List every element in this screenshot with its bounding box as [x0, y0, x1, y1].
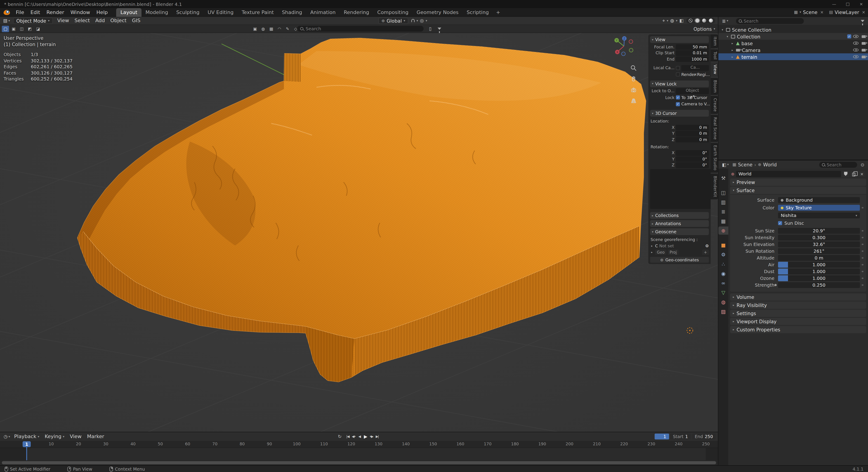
properties-tab-physics-icon[interactable]: ◉: [718, 270, 728, 278]
menu-render[interactable]: Render: [43, 8, 67, 17]
timeline-scrollbar[interactable]: [2, 461, 716, 464]
property-value-field[interactable]: 1.000: [778, 275, 860, 281]
timeline-menu-keying[interactable]: Keying▾: [42, 434, 67, 439]
proj-button[interactable]: Proj: [668, 250, 679, 255]
scene-asset-icon[interactable]: ▦: [268, 26, 275, 32]
scene-name[interactable]: Scene: [803, 9, 817, 15]
shading-wireframe-icon[interactable]: [688, 18, 693, 23]
snap-magnet-icon[interactable]: [410, 19, 416, 22]
sidebar-tab-real-scene[interactable]: Real Scene: [711, 115, 718, 142]
render-visibility-icon[interactable]: [862, 49, 866, 51]
maximize-button[interactable]: □: [841, 0, 855, 8]
menu-file[interactable]: File: [13, 8, 27, 17]
workspace-tab-modeling[interactable]: Modeling: [142, 8, 172, 17]
cursor-rotation-z-field[interactable]: 0°: [676, 162, 709, 168]
navigation-gizmo[interactable]: Z Y X: [613, 35, 635, 57]
panel-geoscene-header[interactable]: ▾Geoscene: [650, 228, 709, 235]
render-visibility-icon[interactable]: [862, 42, 866, 44]
render-visibility-icon[interactable]: [862, 35, 866, 38]
sync-icon[interactable]: ↻: [338, 434, 342, 439]
panel-viewport-display[interactable]: ▸Viewport Display: [730, 318, 866, 325]
local-camera-field[interactable]: Ca...×: [681, 65, 709, 71]
properties-tab-modifiers-icon[interactable]: ⚙: [718, 250, 728, 259]
brush-icon[interactable]: ✎: [284, 26, 291, 32]
select-mode-difference-icon[interactable]: ◩: [26, 26, 33, 32]
world-name-field[interactable]: World: [736, 171, 841, 177]
sidebar-tab-create[interactable]: Create: [711, 96, 718, 114]
disclosure-caret[interactable]: ▸: [731, 55, 734, 59]
select-mode-new-icon[interactable]: ▢: [2, 26, 9, 32]
panel-volume[interactable]: ▸Volume: [730, 293, 866, 301]
jump-to-start-button[interactable]: |◀: [345, 433, 350, 440]
workspace-tab-layout[interactable]: Layout: [116, 8, 142, 17]
collection-checkbox[interactable]: ✓: [847, 34, 851, 38]
play-reverse-button[interactable]: ◀: [356, 433, 362, 440]
visibility-eye-icon[interactable]: [853, 41, 859, 45]
properties-tab-particles-icon[interactable]: ∴: [718, 260, 728, 268]
property-value-field[interactable]: 0.300: [778, 234, 860, 241]
timeline-menu-playback[interactable]: Playback▾: [11, 434, 42, 439]
properties-tab-object-icon[interactable]: ■: [718, 241, 728, 249]
playhead-frame-badge[interactable]: 1: [23, 441, 31, 447]
terrain-mesh[interactable]: [77, 38, 646, 382]
keyframe-decorator[interactable]: [860, 207, 865, 209]
perspective-toggle-icon[interactable]: [630, 97, 637, 104]
workspace-tab-sculpting[interactable]: Sculpting: [172, 8, 204, 17]
panel-collections-header[interactable]: ▸Collections: [650, 212, 709, 219]
ruler-numbers[interactable]: 1102030405060708090100110120130140150160…: [0, 441, 718, 448]
blender-logo-icon[interactable]: [4, 10, 10, 15]
panel-ray-visibility[interactable]: ▸Ray Visibility: [730, 302, 866, 309]
mode-dropdown[interactable]: Object Mode▾: [13, 18, 53, 24]
timeline-editor-icon[interactable]: ◷▾: [2, 434, 11, 439]
focal-length-field[interactable]: 50 mm: [676, 44, 709, 50]
panel-3d-cursor-header[interactable]: ▾3D Cursor: [650, 110, 709, 117]
properties-tab-output-icon[interactable]: ▥: [718, 198, 728, 206]
model-icon[interactable]: ▣: [251, 26, 258, 32]
menu-edit[interactable]: Edit: [27, 8, 43, 17]
asset-search-input[interactable]: Search: [297, 26, 424, 32]
panel-preview[interactable]: ▸Preview: [730, 179, 866, 186]
properties-tab-tool-icon[interactable]: ⚒: [718, 174, 728, 182]
filter-icon[interactable]: [436, 28, 442, 30]
panel-annotations-header[interactable]: ▸Annotations: [650, 220, 709, 227]
sidebar-tab-tool[interactable]: Tool: [711, 49, 718, 62]
sun-disc-checkbox[interactable]: ✓: [778, 221, 782, 225]
close-button[interactable]: ×: [855, 0, 868, 8]
visibility-eye-icon[interactable]: [853, 48, 859, 52]
crs-settings-gear-icon[interactable]: ⚙: [705, 244, 709, 248]
scene-unlink-button[interactable]: ×: [819, 10, 824, 14]
viewport-menu-add[interactable]: Add: [92, 18, 107, 24]
panel-settings[interactable]: ▸Settings: [730, 310, 866, 317]
workspace-tab-shading[interactable]: Shading: [278, 8, 306, 17]
visibility-eye-icon[interactable]: [853, 55, 859, 59]
zoom-icon[interactable]: [630, 65, 637, 71]
outliner-row-terrain[interactable]: ▸terrain: [718, 53, 868, 60]
outliner-search-input[interactable]: Search: [736, 18, 804, 24]
outliner-row-base[interactable]: ▸base: [718, 40, 868, 46]
timeline-menu-view[interactable]: View: [67, 434, 84, 439]
lock-3d-cursor-checkbox[interactable]: ✓: [676, 96, 680, 100]
eyedropper-icon[interactable]: [690, 95, 694, 99]
3d-viewport[interactable]: User Perspective (1) Collection | terrai…: [0, 33, 718, 432]
sidebar-tab-item[interactable]: Item: [711, 34, 718, 48]
select-mode-extend-icon[interactable]: ▣: [10, 26, 17, 32]
shading-solid-icon[interactable]: [694, 18, 700, 23]
keyframe-decorator[interactable]: [860, 271, 865, 273]
property-value-field[interactable]: 1.000: [778, 262, 860, 268]
keyframe-decorator[interactable]: [860, 244, 865, 245]
scene-browse-icon[interactable]: ▦: [794, 10, 798, 14]
pan-hand-icon[interactable]: [630, 75, 637, 82]
camera-to-view-checkbox[interactable]: ✓: [676, 102, 680, 106]
geo-button[interactable]: Geo: [655, 250, 666, 255]
property-value-field[interactable]: 32.6°: [778, 242, 860, 248]
geo-coordinates-button[interactable]: ⊕Geo-coordinates: [650, 257, 709, 263]
editor-type-icon[interactable]: ▧▾: [2, 18, 11, 23]
material-icon[interactable]: ◍: [259, 26, 267, 32]
visibility-eye-icon[interactable]: [853, 34, 859, 39]
property-value-field[interactable]: 20.9°: [778, 228, 860, 234]
properties-tab-texture-icon[interactable]: ▨: [718, 308, 728, 316]
object-origin-marker[interactable]: [687, 327, 693, 334]
sidebar-tab-earth-studio[interactable]: Earth Studio: [711, 143, 718, 173]
clip-start-field[interactable]: 0.01 m: [676, 50, 709, 56]
world-crumb-icon[interactable]: ⊕: [758, 162, 761, 167]
